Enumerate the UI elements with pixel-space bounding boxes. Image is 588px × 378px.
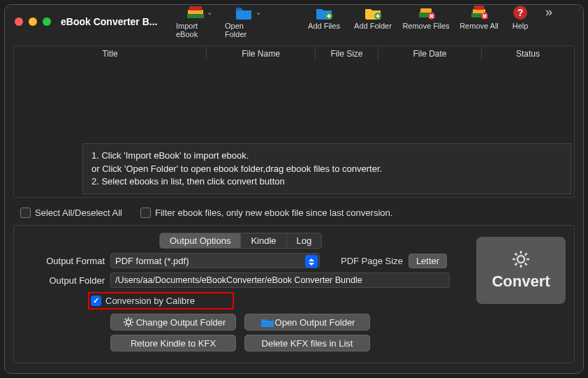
toolbar-label: Help <box>513 22 529 30</box>
toolbar-label: Add Files <box>308 22 340 30</box>
svg-rect-7 <box>420 8 432 13</box>
col-status[interactable]: Status <box>482 47 574 61</box>
file-plus-icon <box>314 5 334 20</box>
svg-rect-0 <box>187 13 204 18</box>
toolbar: ⌄ Import eBook ⌄ Open Folder <box>171 5 579 38</box>
pdf-page-size-select[interactable]: Letter <box>409 254 447 268</box>
zoom-window-button[interactable] <box>43 17 51 26</box>
empty-hint: 1. Click 'Import eBook' to import ebook.… <box>82 143 571 194</box>
button-label: Open Output Folder <box>275 317 355 328</box>
chevron-down-icon: ⌄ <box>207 8 212 16</box>
toolbar-label: Remove All <box>460 22 499 30</box>
svg-line-29 <box>515 254 517 256</box>
filter-new-checkbox[interactable]: Filter ebook files, only new ebook file … <box>140 208 392 218</box>
svg-line-21 <box>131 325 131 326</box>
svg-point-24 <box>517 256 524 263</box>
remove-all-icon <box>469 5 489 20</box>
button-label: Convert <box>492 272 550 291</box>
table-header: Title File Name File Size File Date Stat… <box>14 46 574 61</box>
remove-files-button[interactable]: Remove Files <box>397 5 455 30</box>
hint-line: 2. Select ebooks in list, then click con… <box>91 175 562 188</box>
toolbar-label: Add Folder <box>354 22 392 30</box>
help-icon: ? <box>510 5 530 20</box>
col-filename[interactable]: File Name <box>207 47 316 61</box>
pdf-page-size-label: PDF Page Size <box>341 256 403 266</box>
checkbox-label: Select All/Deselect All <box>35 208 122 218</box>
open-output-folder-button[interactable]: Open Output Folder <box>244 314 370 330</box>
svg-rect-3 <box>236 8 242 10</box>
button-label: Change Output Folder <box>136 317 226 328</box>
folder-plus-icon <box>363 5 383 20</box>
app-title: eBook Converter B... <box>61 16 159 27</box>
file-remove-icon <box>416 5 436 20</box>
delete-kfx-button[interactable]: Delete KFX files in List <box>244 335 370 351</box>
svg-point-15 <box>126 320 130 324</box>
checkbox-icon <box>140 208 151 218</box>
svg-rect-2 <box>189 6 202 10</box>
calibre-highlight: Conversion by Calibre <box>88 292 234 310</box>
tab-log[interactable]: Log <box>287 233 323 249</box>
svg-line-32 <box>525 254 527 256</box>
app-window: eBook Converter B... ⌄ Import eBook <box>4 4 584 374</box>
button-label: Delete KFX files in List <box>262 338 353 349</box>
folder-open-icon: ⌄ <box>235 5 254 20</box>
svg-line-22 <box>125 325 126 326</box>
books-icon: ⌄ <box>186 5 205 20</box>
open-folder-button[interactable]: ⌄ Open Folder <box>220 5 269 38</box>
toolbar-overflow-button[interactable]: » <box>537 5 561 20</box>
checkbox-icon <box>20 208 31 218</box>
svg-text:?: ? <box>517 7 524 18</box>
select-all-checkbox[interactable]: Select All/Deselect All <box>20 208 122 218</box>
tab-kindle[interactable]: Kindle <box>241 233 286 249</box>
output-folder-input[interactable]: /Users/aa/Documents/eBookConverter/eBook… <box>110 272 450 288</box>
window-controls <box>15 17 51 26</box>
svg-line-23 <box>131 319 131 319</box>
input-value: /Users/aa/Documents/eBookConverter/eBook… <box>115 275 362 285</box>
col-filedate[interactable]: File Date <box>378 47 482 61</box>
help-button[interactable]: ? Help <box>504 5 537 30</box>
conversion-by-calibre-checkbox[interactable]: Conversion by Calibre <box>91 296 195 306</box>
svg-line-31 <box>515 263 517 266</box>
options-tabs: Output Options Kindle Log <box>159 233 466 249</box>
gear-icon <box>121 317 136 328</box>
change-output-folder-button[interactable]: Change Output Folder <box>110 314 236 330</box>
minimize-window-button[interactable] <box>29 17 37 26</box>
select-value: PDF format (*.pdf) <box>115 256 189 266</box>
options-panel: Output Options Kindle Log Output Format … <box>13 225 575 363</box>
add-folder-button[interactable]: Add Folder <box>348 5 397 30</box>
col-title[interactable]: Title <box>14 47 207 61</box>
close-window-button[interactable] <box>15 17 23 26</box>
checkbox-row: Select All/Deselect All Filter ebook fil… <box>13 205 575 218</box>
checkbox-label: Conversion by Calibre <box>105 296 195 306</box>
file-table: Title File Name File Size File Date Stat… <box>13 45 575 198</box>
toolbar-label: Open Folder <box>225 22 264 38</box>
checkbox-label: Filter ebook files, only new ebook file … <box>155 208 392 218</box>
chevron-down-icon: ⌄ <box>256 8 261 16</box>
output-format-select[interactable]: PDF format (*.pdf) <box>110 253 320 268</box>
titlebar: eBook Converter B... ⌄ Import eBook <box>5 5 583 38</box>
folder-icon <box>260 317 275 327</box>
toolbar-label: Import eBook <box>176 22 215 38</box>
gear-icon <box>512 250 530 268</box>
output-format-label: Output Format <box>22 256 105 266</box>
svg-line-20 <box>125 319 126 319</box>
restore-kindle-kfx-button[interactable]: Retore Kindle to KFX <box>110 335 236 351</box>
dropdown-icon <box>305 255 318 268</box>
import-ebook-button[interactable]: ⌄ Import eBook <box>171 5 220 38</box>
output-folder-label: Output Folder <box>22 275 105 286</box>
table-body[interactable]: 1. Click 'Import eBook' to import ebook.… <box>14 61 574 197</box>
hint-line: or Click 'Open Folder' to open ebook fol… <box>91 163 562 175</box>
checkbox-checked-icon <box>91 296 101 306</box>
tab-output-options[interactable]: Output Options <box>159 233 241 249</box>
convert-button[interactable]: Convert <box>476 237 566 304</box>
svg-line-30 <box>525 263 527 266</box>
svg-rect-11 <box>474 6 484 10</box>
hint-line: 1. Click 'Import eBook' to import ebook. <box>91 150 562 162</box>
main-content: Title File Name File Size File Date Stat… <box>5 38 583 373</box>
remove-all-button[interactable]: Remove All <box>455 5 504 30</box>
col-filesize[interactable]: File Size <box>316 47 378 61</box>
add-files-button[interactable]: Add Files <box>300 5 348 30</box>
button-label: Retore Kindle to KFX <box>131 338 216 349</box>
toolbar-label: Remove Files <box>402 22 449 30</box>
